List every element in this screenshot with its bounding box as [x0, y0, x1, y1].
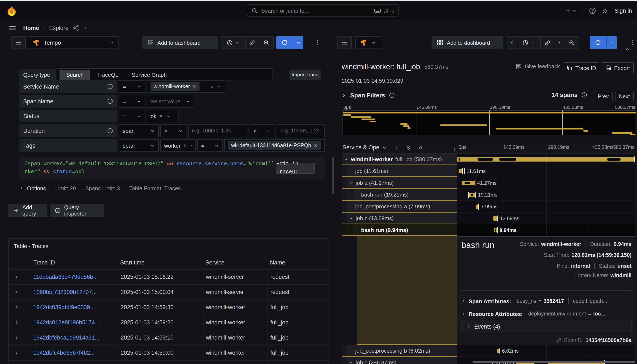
- status-value-select[interactable]: ok: [147, 110, 179, 122]
- refresh-interval-button[interactable]: [293, 36, 303, 49]
- span-row-timeline[interactable]: 19.21ms: [457, 189, 635, 201]
- tab-service-graph[interactable]: Service Graph: [125, 70, 174, 80]
- tab-search[interactable]: Search: [60, 70, 90, 80]
- move-pane-right-button[interactable]: [554, 37, 564, 48]
- span-row-name-selected[interactable]: bash run (9.94ms): [342, 224, 457, 236]
- clear-icon[interactable]: [210, 84, 214, 89]
- clear-icon[interactable]: [159, 114, 163, 118]
- span-row-timeline[interactable]: [457, 154, 635, 165]
- span-row-name[interactable]: job_postprocessing a (7.99ms): [342, 201, 457, 212]
- collapse-span-icon[interactable]: [349, 360, 354, 364]
- span-filters-toggle[interactable]: Span Filters: [342, 92, 395, 99]
- duration-lt-input[interactable]: [277, 124, 325, 137]
- span-row-timeline[interactable]: 11.61ms: [457, 165, 635, 177]
- span-row-name[interactable]: windmill-worker full_job (580.37ms): [342, 154, 457, 165]
- options-toggle[interactable]: Options: [20, 185, 46, 191]
- trace-id-link[interactable]: 1060bbf732309b12707...: [32, 285, 117, 300]
- span-row-name[interactable]: job c (286.87ms): [342, 357, 457, 364]
- help-icon[interactable]: [589, 7, 596, 14]
- refresh-button[interactable]: [590, 36, 607, 49]
- left-pane-scrollbar[interactable]: [332, 157, 334, 194]
- import-trace-button[interactable]: Import trace: [290, 70, 320, 80]
- clear-icon[interactable]: [183, 144, 187, 148]
- trace-id-link[interactable]: 1942dbfebca1d9914a31...: [32, 330, 117, 345]
- span-bar[interactable]: [497, 349, 500, 353]
- status-operator-select[interactable]: =: [119, 110, 145, 122]
- span-row-name[interactable]: job_postprocessing b (6.02ms): [342, 345, 457, 357]
- remove-chip-icon[interactable]: [192, 84, 196, 88]
- copy-link-button[interactable]: [541, 37, 554, 48]
- expand-row-icon[interactable]: [14, 290, 19, 294]
- query-inspector-button[interactable]: Query inspector: [50, 204, 104, 217]
- service-name-operator-select[interactable]: =: [119, 80, 145, 93]
- export-button[interactable]: Export: [602, 62, 634, 74]
- expand-row-icon[interactable]: [14, 350, 19, 355]
- tags-value-select[interactable]: wk-default-133114d6a91e-PSPQb: [224, 139, 325, 152]
- edit-in-traceql-button[interactable]: Edit in TraceQL: [276, 163, 315, 174]
- col-name[interactable]: Name: [267, 256, 329, 269]
- span-bar[interactable]: [458, 169, 462, 173]
- pane-menu-icon-right[interactable]: [630, 39, 636, 46]
- duration-gt-operator[interactable]: >: [160, 124, 186, 137]
- sign-in-link[interactable]: Sign in: [614, 8, 632, 14]
- expand-row-icon[interactable]: [14, 274, 19, 279]
- span-attributes-row[interactable]: Span Attributes: busy_ns = 3582417 code.…: [462, 296, 607, 306]
- span-name-operator-select[interactable]: =: [119, 95, 145, 108]
- give-feedback-link[interactable]: Give feedback: [516, 63, 560, 70]
- duration-lt-operator[interactable]: <: [250, 124, 275, 137]
- span-row-name[interactable]: job a (41.27ms): [342, 177, 457, 189]
- share-icon[interactable]: [73, 24, 80, 31]
- trace-id-link[interactable]: 1942dbfc4be3567f462...: [32, 346, 117, 360]
- menu-toggle-icon[interactable]: [8, 24, 16, 32]
- collapse-all-icon[interactable]: [418, 145, 423, 150]
- span-bar[interactable]: [494, 228, 497, 232]
- span-bar[interactable]: [462, 181, 474, 185]
- col-service[interactable]: Service: [203, 256, 267, 269]
- span-row-timeline[interactable]: 7.99ms: [457, 201, 635, 212]
- resource-attributes-row[interactable]: Resource Attributes: deployment.environm…: [462, 309, 605, 318]
- add-query-button[interactable]: Add query: [8, 204, 47, 217]
- trace-id-button[interactable]: Trace ID: [564, 62, 599, 74]
- span-bar[interactable]: [469, 193, 475, 197]
- breadcrumb-home[interactable]: Home: [23, 25, 39, 31]
- time-picker-button[interactable]: [221, 37, 246, 48]
- query-history-button[interactable]: [12, 36, 26, 49]
- expand-row-icon[interactable]: [14, 335, 19, 340]
- prev-span-button[interactable]: Prev: [594, 92, 612, 101]
- datasource-picker-right[interactable]: [355, 36, 381, 49]
- tags-key-select[interactable]: worker: [160, 139, 196, 152]
- remove-chip-icon[interactable]: [314, 144, 318, 148]
- span-row-name[interactable]: job (11.61ms): [342, 165, 457, 177]
- span-bar[interactable]: [493, 216, 497, 220]
- expand-one-icon[interactable]: [394, 145, 399, 150]
- new-menu-button[interactable]: [565, 8, 576, 14]
- col-trace-id[interactable]: Trace ID: [32, 256, 117, 269]
- copy-link-button[interactable]: [246, 37, 259, 48]
- tab-traceql[interactable]: TraceQL: [90, 70, 125, 80]
- chevron-down-icon[interactable]: [382, 146, 387, 150]
- news-icon[interactable]: [602, 7, 608, 14]
- span-row-timeline[interactable]: 6.02ms: [457, 345, 635, 357]
- expand-row-icon[interactable]: [14, 320, 19, 325]
- duration-scope-select[interactable]: span: [119, 124, 158, 137]
- span-name-value-select[interactable]: Select value: [147, 95, 194, 108]
- move-pane-left-button[interactable]: [507, 37, 517, 48]
- datasource-picker-left[interactable]: Tempo: [28, 36, 118, 49]
- global-search[interactable]: ⌘+k: [247, 4, 399, 17]
- trace-id-link[interactable]: 1942dc039dfdf9e0039...: [32, 300, 117, 315]
- refresh-button[interactable]: [276, 36, 293, 49]
- span-row-timeline[interactable]: 13.69ms: [457, 212, 635, 224]
- expand-all-icon[interactable]: [406, 145, 411, 150]
- time-picker-button[interactable]: [517, 37, 541, 48]
- next-span-button[interactable]: Next: [615, 92, 634, 101]
- span-row-name[interactable]: job b (13.69ms): [342, 212, 457, 224]
- span-row-timeline[interactable]: 41.27ms: [457, 177, 635, 189]
- collapse-span-icon[interactable]: [349, 216, 354, 220]
- span-row-timeline-selected[interactable]: 9.94ms: [457, 224, 635, 236]
- duration-lt-field[interactable]: [280, 128, 321, 134]
- grafana-logo[interactable]: [6, 6, 17, 17]
- add-to-dashboard-button-right[interactable]: Add to dashboard: [432, 36, 503, 49]
- add-to-dashboard-button-left[interactable]: Add to dashboard: [142, 36, 218, 49]
- collapse-span-icon[interactable]: [344, 157, 348, 161]
- span-bar[interactable]: [476, 204, 478, 209]
